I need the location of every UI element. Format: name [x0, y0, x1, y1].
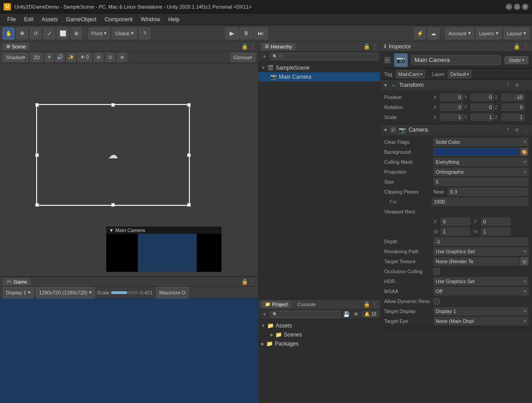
account-dropdown[interactable]: Account ▾ [445, 28, 474, 39]
project-tab[interactable]: 📁 Project [261, 301, 291, 308]
scene-moretools-btn[interactable]: ⊕ [117, 53, 127, 62]
display-dropdown[interactable]: Display 1 ▾ [3, 287, 34, 299]
far-input[interactable] [432, 198, 528, 206]
project-item-packages[interactable]: ▶ 📁 Packages [259, 339, 380, 348]
minimize-button[interactable]: — [506, 4, 512, 10]
occlusion-culling-checkbox[interactable] [433, 268, 440, 275]
game-panel-menu[interactable]: ⋮ [250, 279, 255, 285]
allow-dynamic-reso-checkbox[interactable] [433, 298, 440, 304]
camera-handle-bl[interactable] [35, 203, 39, 207]
transform-settings[interactable]: ⚙ [513, 81, 520, 89]
layers-dropdown[interactable]: Layers ▾ [476, 28, 502, 39]
hierarchy-tab[interactable]: ☰ Hierarchy [261, 43, 296, 50]
gizmos-dropdown[interactable]: Gizmos ▾ [230, 53, 255, 62]
rotation-x[interactable] [440, 104, 463, 111]
shaded-dropdown[interactable]: Shaded ▾ [3, 53, 28, 62]
position-z[interactable] [501, 94, 525, 101]
position-x[interactable] [440, 94, 463, 101]
camera-handle-br[interactable] [187, 203, 191, 207]
scale-z[interactable] [501, 114, 525, 121]
pause-button[interactable]: ⏸ [240, 28, 253, 39]
project-eye-btn[interactable]: 👁 [352, 310, 360, 318]
menu-component[interactable]: Component [101, 15, 136, 24]
scale-slider[interactable] [111, 291, 138, 294]
rendering-path-dropdown[interactable]: Use Graphics Set ▾ [433, 247, 528, 256]
2d-button[interactable]: 2D [30, 53, 43, 62]
transform-help[interactable]: ? [504, 81, 511, 89]
hierarchy-search[interactable]: 🔍 All [270, 53, 378, 60]
inspector-lock[interactable]: 🔒 [513, 43, 520, 50]
camera-active-checkbox[interactable]: ✓ [391, 127, 396, 133]
camera-handle-bottom[interactable] [111, 203, 115, 207]
project-save-btn[interactable]: 💾 [342, 310, 350, 318]
object-active-checkbox[interactable]: ✓ [384, 57, 391, 63]
hierarchy-add-btn[interactable]: + [260, 52, 268, 61]
pivot-dropdown[interactable]: Pivot ▾ [88, 28, 110, 39]
target-eye-dropdown[interactable]: None (Main Displ ▾ [433, 317, 528, 325]
play-button[interactable]: ▶ [225, 28, 239, 39]
scene-panel-lock[interactable]: 🔒 [241, 43, 248, 50]
scene-light-btn[interactable]: ☀ [45, 53, 54, 62]
game-tab[interactable]: 🎮 Game [3, 278, 31, 285]
background-color-picker[interactable]: 🎨 [520, 148, 528, 156]
camera-handle-tr[interactable] [187, 103, 191, 107]
menu-window[interactable]: Window [137, 15, 164, 24]
static-dropdown[interactable]: Static ▾ [504, 56, 528, 64]
menu-edit[interactable]: Edit [20, 15, 37, 24]
viewport-x-input[interactable] [441, 218, 470, 226]
hierarchy-item-samplescene[interactable]: ▼ 🎬 SampleScene [259, 63, 380, 72]
project-search[interactable]: 🔍 [270, 311, 340, 318]
scene-audio-btn[interactable]: 🔊 [56, 53, 65, 62]
camera-handle-tl[interactable] [35, 103, 39, 107]
camera-header[interactable]: ▼ ✓ 📷 Camera ? ⚙ ⋮ [381, 124, 532, 135]
camera-menu[interactable]: ⋮ [522, 126, 529, 133]
scene-snap-btn[interactable]: ⊡ [105, 53, 115, 62]
transform-menu[interactable]: ⋮ [522, 81, 529, 89]
scale-tool-button[interactable]: ⤢ [43, 28, 55, 39]
size-input[interactable] [433, 178, 528, 186]
maximize-btn[interactable]: Maximize O [156, 287, 188, 299]
global-dropdown[interactable]: Global ▾ [112, 28, 137, 39]
transform-header[interactable]: ▼ ↔ Transform ? ⚙ ⋮ [381, 80, 532, 90]
hand-tool-button[interactable]: ✋ [3, 28, 14, 39]
scene-panel-menu[interactable]: ⋮ [250, 43, 255, 50]
project-add-btn[interactable]: + [260, 310, 268, 318]
target-texture-picker[interactable]: ⊙ [520, 257, 528, 266]
camera-settings[interactable]: ⚙ [513, 126, 520, 133]
layout-dropdown[interactable]: Layout ▾ [504, 28, 529, 39]
camera-handle-right[interactable] [187, 153, 191, 157]
scene-grid-btn[interactable]: ⊞ [94, 53, 104, 62]
camera-handle-top[interactable] [111, 103, 115, 107]
project-badge[interactable]: 🔔 18 [362, 311, 378, 317]
object-name-input[interactable] [411, 55, 501, 65]
grid-button[interactable]: ⠿ [139, 28, 151, 39]
collab-button[interactable]: ⚡ [414, 28, 426, 39]
projection-dropdown[interactable]: Orthographic ▾ [433, 168, 528, 176]
scale-x[interactable] [440, 114, 463, 121]
culling-mask-dropdown[interactable]: Everything ▾ [433, 158, 528, 166]
hierarchy-item-maincamera[interactable]: 📷 Main Camera [259, 72, 380, 81]
background-color-swatch[interactable] [433, 148, 519, 156]
menu-file[interactable]: File [4, 15, 19, 24]
game-panel-lock[interactable]: 🔒 [241, 279, 248, 285]
resolution-dropdown[interactable]: 1280x720 (1280x720) ▾ [36, 287, 95, 299]
tag-dropdown[interactable]: MainCam ▾ [396, 70, 425, 78]
rect-tool-button[interactable]: ⬜ [57, 28, 69, 39]
hierarchy-panel-lock[interactable]: 🔒 [363, 43, 370, 50]
step-button[interactable]: ⏭ [254, 28, 268, 39]
rotate-tool-button[interactable]: ↺ [30, 28, 42, 39]
inspector-menu[interactable]: ⋮ [523, 43, 528, 50]
clear-flags-dropdown[interactable]: Solid Color ▾ [433, 138, 528, 146]
viewport-w-input[interactable] [441, 228, 470, 236]
near-input[interactable] [448, 188, 528, 196]
msaa-dropdown[interactable]: Off ▾ [433, 287, 528, 295]
maximize-button[interactable]: □ [514, 4, 520, 10]
project-item-scenes[interactable]: ▶ 📁 Scenes [259, 330, 380, 339]
project-panel-lock[interactable]: 🔒 [363, 301, 370, 308]
scene-fx-btn[interactable]: ✨ [66, 53, 75, 62]
project-panel-menu[interactable]: ⋮ [372, 301, 377, 308]
layer-dropdown[interactable]: Default ▾ [448, 70, 471, 78]
move-tool-button[interactable]: ✥ [16, 28, 28, 39]
scene-tab[interactable]: ⊞ Scene [3, 43, 29, 50]
hdr-dropdown[interactable]: Use Graphics Set ▾ [433, 277, 528, 285]
